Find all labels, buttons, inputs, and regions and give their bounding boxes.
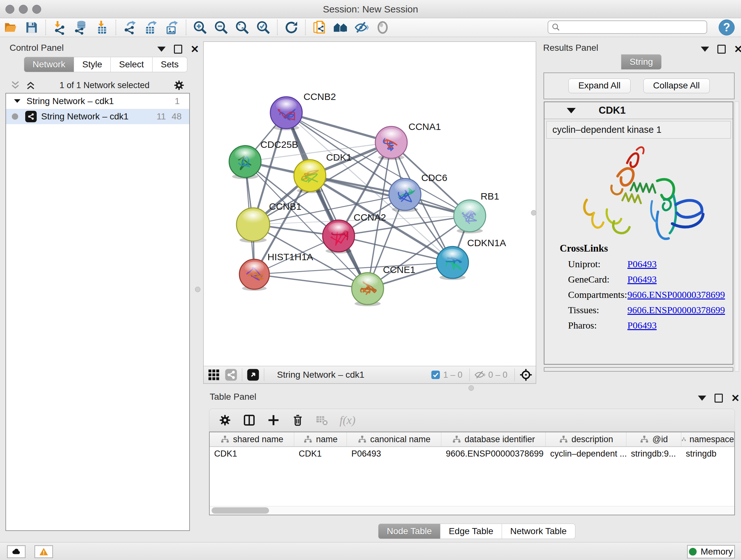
float-panel-icon[interactable]: [174, 45, 182, 54]
column-header-shared-name[interactable]: shared name: [210, 432, 294, 446]
export-network-button[interactable]: [119, 19, 140, 36]
crosslinks-section: CrossLinks Uniprot:P06493 GeneCard:P0649…: [544, 243, 733, 331]
scrollbar-thumb[interactable]: [212, 507, 269, 514]
warnings-button[interactable]: [35, 545, 53, 558]
tab-network[interactable]: Network: [24, 57, 74, 72]
search-input[interactable]: [560, 22, 703, 33]
add-column-icon[interactable]: [267, 414, 280, 427]
network-row[interactable]: String Network – cdk1 11 48: [6, 109, 189, 124]
network-collection-row[interactable]: String Network – cdk1 1: [6, 94, 189, 109]
close-panel-icon[interactable]: ✕: [191, 46, 199, 53]
network-node-label: CDK1: [326, 152, 352, 163]
tab-string[interactable]: String: [621, 54, 662, 70]
network-node-label: HIST1H1A: [267, 252, 313, 262]
tree-expander-icon[interactable]: [12, 97, 22, 106]
cloud-status-button[interactable]: [7, 545, 25, 558]
import-network-button[interactable]: [49, 19, 70, 36]
selected-checkbox-icon[interactable]: [430, 370, 441, 380]
network-share-icon[interactable]: [225, 368, 238, 381]
column-header--id[interactable]: @id: [626, 432, 681, 446]
table-cell[interactable]: 9606.ENSP00000378699: [441, 449, 546, 459]
first-neighbors-button[interactable]: [330, 19, 351, 36]
export-table-button[interactable]: [140, 19, 161, 36]
table-row[interactable]: CDK1CDK1P064939606.ENSP00000378699cyclin…: [210, 447, 734, 460]
vertical-splitter-handle[interactable]: [195, 287, 200, 292]
help-button[interactable]: ?: [719, 19, 735, 36]
zoom-out-button[interactable]: [211, 19, 232, 36]
apply-layout-button[interactable]: [281, 19, 302, 36]
table-cell[interactable]: stringdb:9...: [626, 449, 681, 459]
center-view-icon[interactable]: [519, 368, 533, 381]
hierarchy-icon: [220, 435, 230, 444]
import-network-from-database-button[interactable]: [70, 19, 91, 36]
memory-button[interactable]: Memory: [687, 545, 735, 558]
import-table-button[interactable]: [91, 19, 112, 36]
collapse-all-icon[interactable]: [10, 80, 21, 91]
network-node-label: CCNB1: [269, 201, 301, 212]
panel-menu-icon[interactable]: [701, 47, 709, 52]
zoom-selected-button[interactable]: [253, 19, 274, 36]
panel-menu-icon[interactable]: [157, 47, 165, 52]
selected-counts: 1 – 0: [443, 370, 462, 380]
crosslink-link[interactable]: P06493: [627, 320, 657, 331]
table-cell[interactable]: CDK1: [210, 449, 294, 459]
horizontal-splitter-handle[interactable]: [468, 385, 474, 391]
table-cell[interactable]: CDK1: [294, 449, 347, 459]
birds-eye-view-icon[interactable]: [247, 368, 259, 381]
export-image-button[interactable]: [161, 19, 183, 36]
collapse-all-button[interactable]: Collapse All: [643, 78, 710, 93]
table-horizontal-scrollbar[interactable]: [210, 506, 734, 515]
float-panel-icon[interactable]: [718, 45, 726, 54]
crosslink-link[interactable]: 9606.ENSP00000378699: [627, 305, 725, 315]
table-settings-gear-icon[interactable]: [218, 414, 232, 427]
node-details-header[interactable]: CDK1: [544, 102, 733, 119]
import-table-icon: [94, 20, 109, 35]
column-header-name[interactable]: name: [294, 432, 347, 446]
open-session-button[interactable]: [0, 19, 21, 36]
vertical-splitter-handle[interactable]: [531, 210, 536, 215]
float-panel-icon[interactable]: [715, 394, 723, 402]
hide-selected-button[interactable]: [351, 19, 372, 36]
panel-menu-icon[interactable]: [698, 395, 706, 401]
crosslink-link[interactable]: P06493: [627, 274, 657, 285]
results-scrollbar[interactable]: [735, 102, 739, 372]
tab-network-table[interactable]: Network Table: [502, 523, 576, 539]
table-cell[interactable]: P06493: [347, 449, 441, 459]
zoom-fit-button[interactable]: [232, 19, 253, 36]
toolbar-separator: [277, 20, 278, 35]
zoom-in-button[interactable]: [190, 19, 211, 36]
crosslink-link[interactable]: P06493: [627, 259, 657, 269]
tab-sets[interactable]: Sets: [152, 57, 187, 72]
table-cell[interactable]: stringdb: [681, 449, 734, 459]
expand-all-button[interactable]: Expand All: [568, 78, 630, 93]
column-header-namespace[interactable]: namespace: [681, 432, 734, 446]
tab-edge-table[interactable]: Edge Table: [441, 523, 502, 539]
tab-style[interactable]: Style: [74, 57, 111, 72]
export-network-icon: [123, 20, 137, 35]
network-edge-count: 48: [172, 111, 182, 122]
tab-select[interactable]: Select: [111, 57, 152, 72]
close-panel-icon[interactable]: ✕: [734, 46, 741, 53]
hidden-eye-slash-icon: [474, 369, 486, 381]
network-canvas[interactable]: CCNB2CCNA1CDC25BCDK1CDC6RB1CCNB1CCNA2CDK…: [204, 42, 536, 366]
save-session-button[interactable]: [21, 19, 42, 36]
gear-icon[interactable]: [173, 79, 185, 91]
column-header-canonical-name[interactable]: canonical name: [347, 432, 441, 446]
show-all-button[interactable]: [372, 19, 393, 36]
network-node-label: CCNA1: [408, 121, 441, 132]
toolbar-separator: [469, 368, 470, 381]
close-panel-icon[interactable]: ✕: [731, 395, 740, 401]
column-header-database-identifier[interactable]: database identifier: [441, 432, 546, 446]
new-network-from-selection-button[interactable]: [309, 19, 330, 36]
show-columns-icon[interactable]: [243, 414, 256, 427]
grid-view-icon[interactable]: [207, 368, 220, 381]
tab-node-table[interactable]: Node Table: [378, 523, 441, 539]
collapse-entry-icon[interactable]: [567, 108, 576, 113]
network-collection-label: String Network – cdk1: [26, 96, 114, 106]
delete-column-icon[interactable]: [291, 414, 305, 427]
table-cell[interactable]: cyclin–dependent ...: [546, 449, 626, 459]
expand-all-icon[interactable]: [25, 80, 36, 91]
column-header-description[interactable]: description: [546, 432, 626, 446]
crosslink-link[interactable]: 9606.ENSP00000378699: [627, 289, 725, 300]
eye-slash-icon: [354, 20, 369, 35]
